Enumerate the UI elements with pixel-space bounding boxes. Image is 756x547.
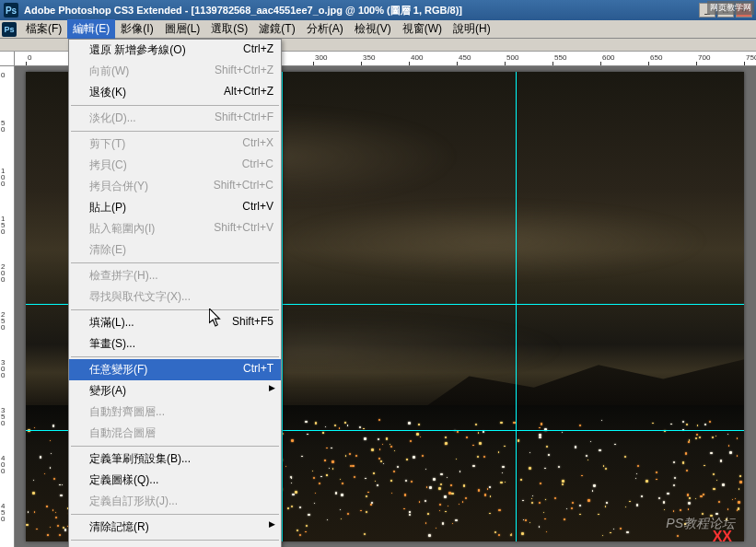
menu-separator <box>71 356 279 357</box>
menu-item: 貼入範圍內(I)Shift+Ctrl+V <box>69 218 281 239</box>
menu-item-label: 自動對齊圖層... <box>89 404 273 420</box>
menu-item-shortcut: Shift+Ctrl+V <box>214 221 273 237</box>
menu-item[interactable]: 定義圖樣(Q)... <box>69 470 281 491</box>
menu-item-shortcut: Ctrl+T <box>243 362 273 378</box>
menu-影像[interactable]: 影像(I) <box>115 19 158 39</box>
menu-separator <box>71 540 279 541</box>
app-icon: Ps <box>4 3 18 17</box>
menu-separator <box>71 262 279 263</box>
guide-vertical[interactable] <box>516 72 517 541</box>
menu-item: 淡化(D)...Shift+Ctrl+F <box>69 108 281 129</box>
submenu-arrow-icon: ▶ <box>269 519 275 529</box>
titlebar: Ps Adobe Photoshop CS3 Extended - [11397… <box>0 0 756 20</box>
menu-item-shortcut: Ctrl+Z <box>243 42 273 58</box>
menu-item: 拷貝(C)Ctrl+C <box>69 155 281 176</box>
menu-item: 尋找與取代文字(X)... <box>69 286 281 308</box>
submenu-arrow-icon: ▶ <box>269 383 275 392</box>
menu-item-label: 自動混合圖層 <box>89 425 273 441</box>
menu-視窗[interactable]: 視窗(W) <box>397 19 448 39</box>
menu-item-label: 清除(E) <box>89 242 273 258</box>
menu-選取[interactable]: 選取(S) <box>205 19 253 39</box>
menu-item-label: 筆畫(S)... <box>89 336 273 352</box>
menu-item[interactable]: 貼上(P)Ctrl+V <box>69 197 281 218</box>
menu-item-label: 淡化(D)... <box>89 111 196 126</box>
menu-item-label: 填滿(L)... <box>89 315 214 331</box>
menu-編輯[interactable]: 編輯(E) <box>67 19 115 39</box>
menu-item-label: 拷貝合併(Y) <box>89 179 195 194</box>
guide-vertical[interactable] <box>282 72 283 541</box>
menu-item-label: 還原 新增參考線(O) <box>89 42 225 58</box>
menu-separator <box>71 105 279 106</box>
watermark-xx: XX <box>713 529 732 545</box>
menu-item-shortcut: Ctrl+C <box>242 157 273 173</box>
menu-item: 清除(E) <box>69 239 281 261</box>
menu-item[interactable]: 定義筆刷預設集(B)... <box>69 448 281 470</box>
edit-menu-dropdown: 還原 新增參考線(O)Ctrl+Z向前(W)Shift+Ctrl+Z退後(K)A… <box>68 39 282 547</box>
menu-item: 剪下(T)Ctrl+X <box>69 134 281 155</box>
menu-濾鏡[interactable]: 濾鏡(T) <box>253 19 300 39</box>
titlebar-text: Adobe Photoshop CS3 Extended - [11397825… <box>24 4 699 17</box>
menu-item-shortcut: Shift+Ctrl+Z <box>215 64 273 79</box>
menu-item[interactable]: 變形(A)▶ <box>69 380 281 402</box>
menu-item[interactable]: 任意變形(F)Ctrl+T <box>69 359 281 380</box>
menu-item-label: 尋找與取代文字(X)... <box>89 289 273 305</box>
menu-item-shortcut: Ctrl+X <box>242 136 273 152</box>
menu-item[interactable]: 還原 新增參考線(O)Ctrl+Z <box>69 40 281 61</box>
menu-item-label: 檢查拼字(H)... <box>89 268 273 284</box>
menu-item: 自動對齊圖層... <box>69 402 281 423</box>
menu-separator <box>71 514 279 515</box>
menu-item: 拷貝合併(Y)Shift+Ctrl+C <box>69 176 281 197</box>
menu-item[interactable]: 筆畫(S)... <box>69 333 281 355</box>
menu-item: 定義自訂形狀(J)... <box>69 491 281 512</box>
watermark-top: 网页教学网 <box>707 1 754 15</box>
ruler-vertical[interactable]: 050100150200250300350400450 <box>0 66 15 547</box>
menu-item[interactable]: 清除記憶(R)▶ <box>69 517 281 538</box>
menu-檔案[interactable]: 檔案(F) <box>20 19 67 39</box>
menu-item-label: 貼上(P) <box>89 200 224 215</box>
menu-item: 向前(W)Shift+Ctrl+Z <box>69 61 281 82</box>
menu-separator <box>71 446 279 447</box>
menu-item-shortcut: Alt+Ctrl+Z <box>224 85 273 100</box>
menu-item-label: 貼入範圍內(I) <box>89 221 195 237</box>
menu-separator <box>71 131 279 132</box>
menu-item-shortcut: Shift+F5 <box>232 315 273 331</box>
menu-item-label: 任意變形(F) <box>89 362 225 378</box>
menu-item-label: 定義自訂形狀(J)... <box>89 494 273 509</box>
menu-item-shortcut: Ctrl+V <box>242 200 273 215</box>
menu-item-label: 定義圖樣(Q)... <box>89 472 273 488</box>
menu-item-label: 清除記憶(R) <box>89 519 273 535</box>
menu-分析[interactable]: 分析(A) <box>301 19 349 39</box>
menu-說明[interactable]: 說明(H) <box>448 19 496 39</box>
menu-item-label: 剪下(T) <box>89 136 224 152</box>
menu-item[interactable]: 退後(K)Alt+Ctrl+Z <box>69 82 281 103</box>
menu-item-label: 定義筆刷預設集(B)... <box>89 451 273 467</box>
menu-item[interactable]: 填滿(L)...Shift+F5 <box>69 312 281 333</box>
menu-item-shortcut: Shift+Ctrl+F <box>215 111 273 126</box>
ps-icon[interactable]: Ps <box>2 22 17 37</box>
menu-item-label: 變形(A) <box>89 383 273 399</box>
menu-item-shortcut: Shift+Ctrl+C <box>214 179 273 194</box>
menu-item-label: 退後(K) <box>89 85 205 100</box>
menu-item: 自動混合圖層 <box>69 423 281 444</box>
menu-item-label: 拷貝(C) <box>89 157 224 173</box>
menu-separator <box>71 309 279 310</box>
menubar: Ps 檔案(F)編輯(E)影像(I)圖層(L)選取(S)濾鏡(T)分析(A)檢視… <box>0 20 756 39</box>
menu-item[interactable]: Adobe PDF 預設集(P)... <box>69 542 281 547</box>
ruler-origin[interactable] <box>0 52 15 66</box>
menu-item: 檢查拼字(H)... <box>69 265 281 286</box>
menu-圖層[interactable]: 圖層(L) <box>159 19 206 39</box>
menu-item-label: 向前(W) <box>89 64 196 79</box>
menu-檢視[interactable]: 檢視(V) <box>349 19 397 39</box>
